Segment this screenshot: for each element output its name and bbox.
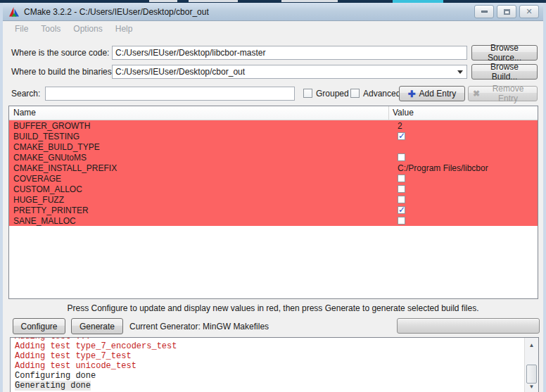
value-checkbox-unchecked[interactable] xyxy=(398,196,405,203)
variable-value[interactable] xyxy=(393,217,538,225)
value-checkbox-unchecked[interactable] xyxy=(398,153,405,161)
search-input[interactable] xyxy=(45,87,295,101)
close-icon: ✕ xyxy=(526,8,532,15)
current-generator-text: Current Generator: MinGW Makefiles xyxy=(129,319,269,335)
value-checkbox-unchecked[interactable] xyxy=(398,217,405,225)
variable-name: CUSTOM_ALLOC xyxy=(9,184,393,194)
build-binaries-combobox[interactable] xyxy=(112,65,467,79)
minimize-button[interactable] xyxy=(474,5,494,18)
remove-entry-button[interactable]: ✖Remove Entry xyxy=(468,86,538,101)
value-checkbox-checked[interactable] xyxy=(398,206,405,214)
grouped-checkbox[interactable] xyxy=(303,89,312,98)
column-header-value[interactable]: Value xyxy=(389,106,538,120)
cache-table: Name Value BUFFER_GROWTH2BUILD_TESTINGCM… xyxy=(8,106,538,299)
table-row[interactable]: PRETTY_PRINTER xyxy=(9,205,538,215)
source-code-input[interactable] xyxy=(112,46,467,60)
value-checkbox-unchecked[interactable] xyxy=(398,175,405,182)
background-window-fragment xyxy=(149,0,177,2)
menu-options[interactable]: Options xyxy=(67,24,108,34)
variable-name: PRETTY_PRINTER xyxy=(9,206,393,215)
log-scrollbar[interactable]: ▲ ▼ xyxy=(524,338,538,392)
log-line: Configuring done xyxy=(15,371,524,381)
hint-text: Press Configure to update and display ne… xyxy=(3,303,543,313)
variable-value[interactable] xyxy=(393,196,538,203)
table-row[interactable]: COVERAGE xyxy=(9,173,538,184)
minimize-icon xyxy=(481,11,488,13)
table-row[interactable]: CMAKE_BUILD_TYPE xyxy=(9,141,538,152)
add-entry-button[interactable]: ✚Add Entry xyxy=(399,86,465,101)
background-window-fragment xyxy=(281,0,338,2)
maximize-button[interactable] xyxy=(497,5,516,18)
variable-name: BUFFER_GROWTH xyxy=(9,121,393,131)
cmake-window: CMake 3.2.2 - C:/Users/IEUser/Desktop/cb… xyxy=(0,3,546,392)
variable-value[interactable] xyxy=(393,153,538,161)
variable-value[interactable] xyxy=(393,185,538,193)
variable-name: CMAKE_GNUtoMS xyxy=(9,153,393,163)
log-output[interactable]: Adding test ...Adding test type_7_encode… xyxy=(10,337,539,392)
variable-value[interactable]: C:/Program Files/libcbor xyxy=(393,163,538,173)
value-checkbox-unchecked[interactable] xyxy=(398,185,405,193)
browse-source-button[interactable]: Browse Source... xyxy=(471,45,538,61)
table-row[interactable]: SANE_MALLOC xyxy=(9,215,538,226)
build-binaries-label: Where to build the binaries: xyxy=(11,65,114,79)
browse-build-button[interactable]: Browse Build... xyxy=(471,64,538,80)
client-area: Where is the source code: Browse Source.… xyxy=(3,37,543,392)
log-line: Generating done xyxy=(15,381,524,391)
menu-tools[interactable]: Tools xyxy=(34,24,67,34)
screenshot-root: { "window": { "title": "CMake 3.2.2 - C:… xyxy=(0,0,546,392)
advanced-checkbox[interactable] xyxy=(350,89,360,98)
table-row[interactable]: CMAKE_INSTALL_PREFIXC:/Program Files/lib… xyxy=(9,163,538,173)
combobox-dropdown-icon[interactable] xyxy=(457,70,463,74)
window-title: CMake 3.2.2 - C:/Users/IEUser/Desktop/cb… xyxy=(24,7,209,17)
grouped-label[interactable]: Grouped xyxy=(316,87,349,101)
variable-value[interactable] xyxy=(393,132,538,140)
variable-name: CMAKE_INSTALL_PREFIX xyxy=(9,163,393,173)
table-header: Name Value xyxy=(9,106,538,120)
table-row[interactable]: HUGE_FUZZ xyxy=(9,194,538,205)
scroll-down-icon[interactable]: ▼ xyxy=(526,381,538,392)
value-checkbox-checked[interactable] xyxy=(398,132,405,140)
configure-button[interactable]: Configure xyxy=(13,318,65,334)
variable-name: CMAKE_BUILD_TYPE xyxy=(9,142,393,152)
log-lines: Adding test ...Adding test type_7_encode… xyxy=(11,337,524,391)
title-bar[interactable]: CMake 3.2.2 - C:/Users/IEUser/Desktop/cb… xyxy=(3,3,543,21)
table-row[interactable]: CMAKE_GNUtoMS xyxy=(9,152,538,163)
log-line: Adding test type_7_test xyxy=(15,351,524,361)
variable-value[interactable] xyxy=(393,206,538,214)
add-plus-icon: ✚ xyxy=(408,89,416,99)
menu-help[interactable]: Help xyxy=(109,24,139,34)
scroll-up-icon[interactable]: ▲ xyxy=(526,339,538,350)
source-code-label: Where is the source code: xyxy=(11,46,109,60)
table-row[interactable]: BUFFER_GROWTH2 xyxy=(9,120,538,131)
column-header-name[interactable]: Name xyxy=(9,106,389,120)
table-row[interactable]: BUILD_TESTING xyxy=(9,131,538,141)
maximize-icon xyxy=(504,9,510,15)
log-line: Adding test type_7_encoders_test xyxy=(15,341,524,351)
background-window-fragment xyxy=(189,0,238,2)
table-row[interactable]: CUSTOM_ALLOC xyxy=(9,184,538,194)
variable-value[interactable] xyxy=(393,175,538,182)
generate-button[interactable]: Generate xyxy=(71,318,123,334)
close-button[interactable]: ✕ xyxy=(519,5,539,18)
menu-bar: File Tools Options Help xyxy=(3,21,543,37)
progress-bar xyxy=(397,318,540,334)
variable-name: BUILD_TESTING xyxy=(9,132,393,141)
cmake-logo-icon xyxy=(8,6,20,18)
variable-name: HUGE_FUZZ xyxy=(9,195,393,205)
variable-value[interactable]: 2 xyxy=(393,121,538,131)
table-rows: BUFFER_GROWTH2BUILD_TESTINGCMAKE_BUILD_T… xyxy=(9,120,538,226)
advanced-label[interactable]: Advanced xyxy=(363,87,400,101)
remove-x-icon: ✖ xyxy=(473,89,480,98)
variable-name: SANE_MALLOC xyxy=(9,216,393,226)
log-line: Adding test unicode_test xyxy=(15,361,524,371)
search-label: Search: xyxy=(11,87,40,101)
variable-name: COVERAGE xyxy=(9,174,393,184)
menu-file[interactable]: File xyxy=(8,24,34,34)
